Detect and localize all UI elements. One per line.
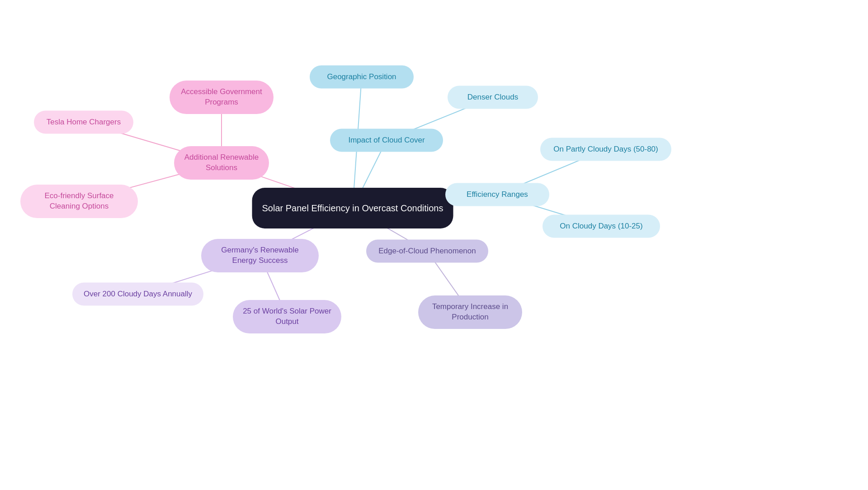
node-geographic-position[interactable]: Geographic Position [310, 66, 414, 89]
node-label-impact-cloud-cover: Impact of Cloud Cover [348, 135, 425, 146]
node-label-eco-friendly: Eco-friendly Surface Cleaning Options [30, 191, 128, 212]
node-accessible-government[interactable]: Accessible Government Programs [170, 81, 274, 114]
node-additional-renewable[interactable]: Additional Renewable Solutions [174, 146, 269, 180]
node-label-partly-cloudy: On Partly Cloudy Days (50-80) [553, 144, 658, 155]
node-label-temporary-increase: Temporary Increase in Production [428, 302, 512, 323]
node-label-efficiency-ranges: Efficiency Ranges [467, 190, 528, 200]
node-tesla-home[interactable]: Tesla Home Chargers [34, 111, 133, 134]
node-efficiency-ranges[interactable]: Efficiency Ranges [445, 183, 549, 206]
node-label-tesla-home: Tesla Home Chargers [47, 117, 121, 128]
node-label-cloudy-days: On Cloudy Days (10-25) [560, 221, 642, 232]
node-label-center: Solar Panel Efficiency in Overcast Condi… [262, 202, 443, 214]
node-temporary-increase[interactable]: Temporary Increase in Production [418, 295, 522, 329]
node-label-geographic-position: Geographic Position [327, 72, 396, 82]
node-label-germany-renewable: Germany's Renewable Energy Success [211, 245, 309, 266]
node-partly-cloudy[interactable]: On Partly Cloudy Days (50-80) [540, 138, 671, 161]
node-eco-friendly[interactable]: Eco-friendly Surface Cleaning Options [20, 185, 138, 218]
node-label-edge-cloud: Edge-of-Cloud Phenomenon [378, 246, 476, 257]
node-impact-cloud-cover[interactable]: Impact of Cloud Cover [330, 129, 443, 152]
node-label-accessible-government: Accessible Government Programs [179, 87, 264, 108]
node-label-over-200-cloudy: Over 200 Cloudy Days Annually [84, 289, 192, 300]
node-label-denser-clouds: Denser Clouds [467, 92, 518, 103]
node-label-additional-renewable: Additional Renewable Solutions [184, 152, 259, 173]
node-label-25-world-solar: 25 of World's Solar Power Output [243, 306, 331, 327]
node-over-200-cloudy[interactable]: Over 200 Cloudy Days Annually [72, 283, 203, 306]
mindmap-container: Solar Panel Efficiency in Overcast Condi… [0, 0, 868, 490]
node-germany-renewable[interactable]: Germany's Renewable Energy Success [201, 239, 319, 272]
node-cloudy-days[interactable]: On Cloudy Days (10-25) [542, 215, 660, 238]
node-edge-cloud[interactable]: Edge-of-Cloud Phenomenon [366, 240, 488, 263]
node-25-world-solar[interactable]: 25 of World's Solar Power Output [233, 300, 341, 333]
node-center[interactable]: Solar Panel Efficiency in Overcast Condi… [252, 188, 453, 228]
node-denser-clouds[interactable]: Denser Clouds [448, 86, 538, 109]
